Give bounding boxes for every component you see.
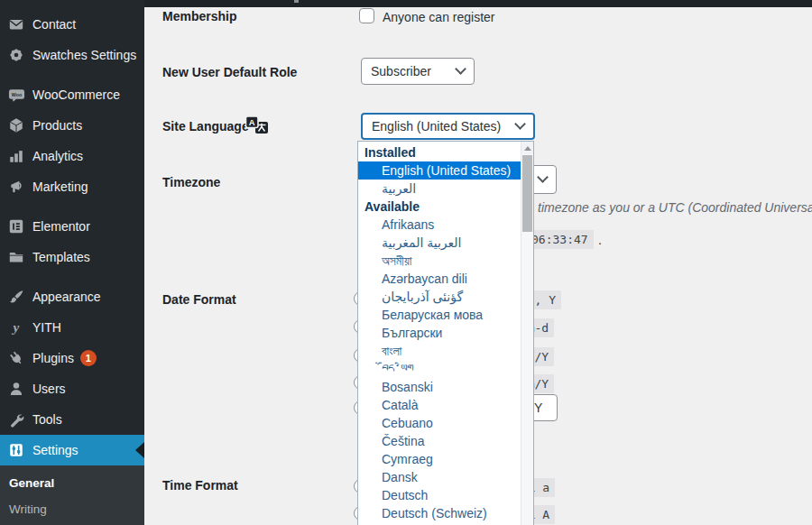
chevron-down-icon (455, 63, 466, 75)
brush-icon (7, 288, 25, 306)
scrollbar-thumb[interactable] (522, 155, 532, 232)
sidebar-item-label: Tools (32, 412, 62, 427)
gear-icon (7, 46, 25, 64)
update-count-badge: 1 (80, 350, 97, 366)
svg-text:A: A (249, 117, 255, 127)
settings-content: Membership Anyone can register New User … (144, 0, 812, 525)
language-option[interactable]: گؤنئی آذربایجان (358, 288, 521, 306)
sidebar-item-elementor[interactable]: Elementor (0, 211, 144, 242)
timezone-description-fragment: timezone as you or a UTC (Coordinated Un… (538, 200, 812, 215)
megaphone-icon (7, 178, 25, 196)
bar-chart-icon (7, 147, 25, 165)
language-option[interactable]: বাংলা (358, 342, 521, 360)
language-option[interactable]: བོད་ཡིག (358, 360, 521, 378)
admin-bar-strip (144, 0, 812, 7)
settings-submenu: GeneralWriting (0, 465, 144, 525)
language-option[interactable]: Cebuano (358, 414, 521, 432)
sidebar-item-products[interactable]: Products (0, 110, 144, 141)
wrench-icon (7, 410, 25, 428)
membership-label: Membership (162, 9, 236, 23)
sidebar-item-marketing[interactable]: Marketing (0, 171, 144, 202)
language-group-label: Installed (358, 143, 521, 161)
new-user-role-select[interactable]: Subscriber (361, 58, 475, 85)
language-option[interactable]: العربية (358, 180, 521, 198)
yith-icon: y (7, 318, 25, 336)
sidebar-item-settings[interactable]: Settings (0, 435, 144, 465)
svg-text:Woo: Woo (11, 91, 22, 97)
sidebar-item-templates[interactable]: Templates (0, 242, 144, 272)
sidebar-item-appearance[interactable]: Appearance (0, 281, 144, 312)
plug-icon (7, 349, 25, 367)
box-icon (7, 116, 25, 134)
submenu-item-writing[interactable]: Writing (0, 496, 144, 522)
sidebar-item-label: Templates (32, 250, 90, 264)
new-user-role-value: Subscriber (371, 64, 431, 78)
submenu-item-general[interactable]: General (0, 470, 144, 496)
scrollbar-up-arrow-icon[interactable] (521, 142, 533, 154)
language-option[interactable]: Dansk (358, 468, 521, 486)
sidebar-separator (0, 272, 144, 281)
sidebar-item-woocommerce[interactable]: WooWooCommerce (0, 79, 144, 110)
language-option[interactable]: Български (358, 324, 521, 342)
utc-time-suffix: . (598, 233, 602, 247)
language-option[interactable]: Azərbaycan dili (358, 270, 521, 288)
elementor-icon (7, 217, 25, 235)
woocommerce-icon: Woo (7, 86, 25, 104)
language-option[interactable]: English (United States) (358, 161, 521, 180)
sidebar-item-analytics[interactable]: Analytics (0, 141, 144, 171)
site-language-label: Site Language (162, 119, 249, 134)
sidebar-item-label: Contact (32, 17, 76, 32)
site-language-select[interactable]: English (United States) (361, 113, 535, 140)
sidebar-item-label: Settings (32, 443, 78, 457)
language-option[interactable]: Čeština (358, 432, 521, 450)
time-format-label: Time Format (162, 478, 238, 493)
sidebar-item-label: Swatches Settings (32, 48, 136, 62)
sidebar-item-label: Analytics (32, 149, 83, 163)
sidebar-item-label: Marketing (32, 180, 88, 194)
language-option[interactable]: Deutsch (358, 486, 521, 504)
svg-text:y: y (12, 319, 20, 335)
wordpress-general-settings-page: ContactSwatches SettingsWooWooCommercePr… (0, 0, 812, 525)
timezone-label: Timezone (162, 175, 220, 189)
language-option[interactable]: Deutsch (Schweiz) (358, 504, 521, 522)
sidebar-item-label: Plugins (32, 351, 74, 365)
language-option[interactable]: Bosanski (358, 378, 521, 396)
new-user-role-label: New User Default Role (162, 65, 297, 79)
sidebar-item-yith[interactable]: yYITH (0, 312, 144, 343)
sidebar-item-users[interactable]: Users (0, 373, 144, 404)
admin-bar-item-fragment (294, 0, 299, 3)
sidebar-item-swatches-settings[interactable]: Swatches Settings (0, 40, 144, 70)
language-option[interactable]: العربية المغربية (358, 234, 521, 252)
sidebar-item-label: Products (32, 118, 82, 133)
language-option[interactable]: Afrikaans (358, 216, 521, 234)
sidebar-item-label: Elementor (32, 219, 90, 234)
current-menu-arrow-icon (127, 442, 144, 458)
language-option[interactable]: Cymraeg (358, 450, 521, 468)
sidebar-separator (0, 70, 144, 79)
language-option[interactable]: Беларуская мова (358, 306, 521, 324)
folder-icon (7, 248, 25, 266)
site-language-value: English (United States) (372, 119, 501, 134)
sidebar-item-label: WooCommerce (32, 88, 120, 102)
dropdown-scrollbar[interactable] (521, 142, 533, 525)
sidebar-item-label: YITH (32, 320, 61, 335)
language-option[interactable]: অসমীয়া (358, 252, 521, 270)
sidebar-item-plugins[interactable]: Plugins1 (0, 343, 144, 373)
sidebar-item-tools[interactable]: Tools (0, 404, 144, 435)
utc-time-code: 06:33:47 (526, 230, 594, 249)
envelope-icon (7, 15, 25, 33)
site-language-dropdown-list: InstalledEnglish (United States)العربيةA… (357, 141, 534, 525)
chevron-down-icon (537, 171, 549, 183)
language-option[interactable]: Català (358, 396, 521, 414)
sidebar-item-label: Users (32, 382, 66, 396)
chevron-down-icon (514, 118, 526, 130)
sidebar-item-label: Appearance (32, 290, 101, 304)
admin-sidebar: ContactSwatches SettingsWooWooCommercePr… (0, 0, 144, 525)
language-group-label: Available (358, 198, 521, 216)
anyone-can-register-label: Anyone can register (383, 10, 495, 24)
sidebar-separator (0, 202, 144, 211)
anyone-can-register-checkbox[interactable] (359, 8, 374, 23)
sidebar-item-contact[interactable]: Contact (0, 9, 144, 40)
sliders-icon (7, 441, 25, 459)
user-icon (7, 380, 25, 398)
